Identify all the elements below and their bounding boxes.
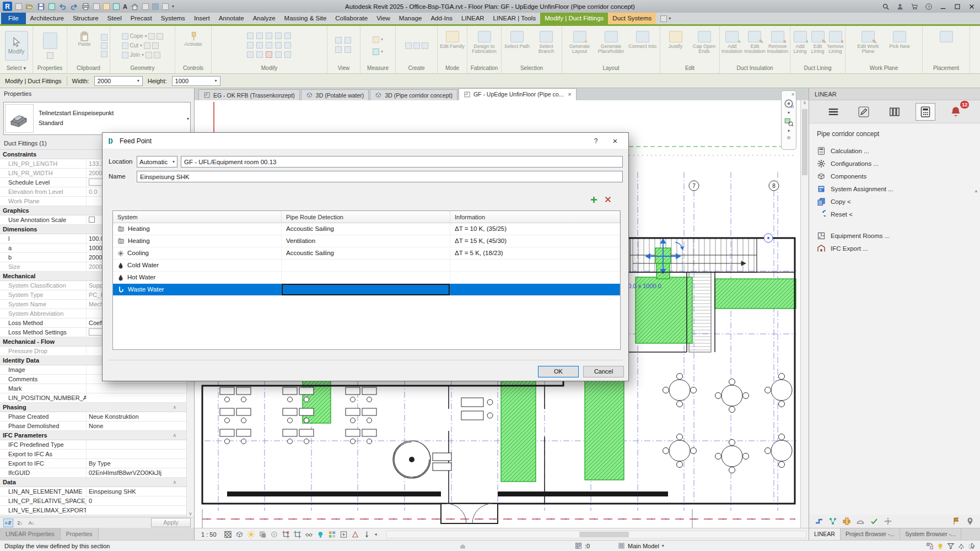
pipe-route-cell[interactable]: Accoustic Sailing [282,247,450,259]
array-icon[interactable] [275,42,282,48]
system-row-hot-water[interactable]: Hot Water [113,272,620,284]
open-icon[interactable] [25,2,34,10]
switch-windows-icon[interactable] [162,3,169,10]
pipe-route-cell[interactable]: Ventilation [282,235,450,247]
property-row-phase-demolished[interactable]: Phase DemolishedNone [0,422,194,431]
redo-icon[interactable] [70,2,78,10]
match-icon[interactable] [101,51,107,57]
worksets-control[interactable]: :0 [574,542,590,550]
window-icon2[interactable] [344,46,351,53]
pipe-route-cell[interactable] [282,260,450,271]
family-types-icon[interactable] [47,52,53,59]
design-options-control[interactable]: Main Model ▾ [617,542,664,550]
navbar-options-icon[interactable]: ◎ [787,135,791,140]
ribbon-tab-annotate[interactable]: Annotate [214,13,249,24]
linear-item-configurations[interactable]: Configurations ... [809,157,980,170]
save-icon[interactable] [37,2,45,10]
flag-icon[interactable] [952,517,961,526]
account-icon[interactable] [896,3,904,10]
cut-icon[interactable] [101,34,107,41]
ribbon-button-add-insulation[interactable]: +Add Insulation [721,29,742,62]
undo-icon[interactable] [58,2,67,10]
ribbon-tab-modify-duct-fittings[interactable]: Modify | Duct Fittings [540,13,608,24]
horizontal-scrollbar[interactable] [386,531,806,538]
system-row-cooling[interactable]: CoolingAccoustic SailingΔT = 5 K, (18/23… [113,247,620,260]
constraints-icon[interactable] [363,530,371,538]
linear-tool-edit-view[interactable] [854,103,874,121]
linear-tool-notifications[interactable]: 12 [946,103,966,121]
chevron-down-icon[interactable]: ▾ [788,128,790,133]
linear-item-ifc-export[interactable]: IFC Export ... [809,242,980,255]
ribbon-button-pick-new[interactable]: Pick New [885,29,914,62]
aligned-dimension-button[interactable]: ▾ [373,47,383,56]
revit-logo-icon[interactable]: R [3,2,12,11]
dialog-title-bar[interactable]: Feed Point ? × [103,133,628,149]
system-row-cold-water[interactable]: Cold Water [113,260,620,272]
navigation-bar[interactable]: ✕ 2D ▾ ▾ ◎ [781,90,796,150]
geometry-cut-button[interactable]: Cut▾ [122,41,164,50]
tab-expander-button[interactable]: ▾ [656,13,675,24]
linear-item-copy[interactable]: Copy < [809,195,980,208]
remove-system-button[interactable] [603,195,613,204]
press-drag-icon[interactable] [957,542,965,550]
ribbon-button-generate-placeholder[interactable]: Generate Placeholder [596,29,626,62]
ribbon-tab-add-ins[interactable]: Add-Ins [426,13,457,24]
pipes-icon[interactable] [815,517,823,526]
linear-item-system-assignment[interactable]: System Assignment ... [809,182,980,195]
property-row-lin-an-element-name[interactable]: LIN_AN_ELEMENT_NAMEEinspeisung SHK [0,487,194,496]
group-icon[interactable] [422,42,428,49]
crop-view-icon[interactable] [282,530,290,538]
system-row-heating[interactable]: HeatingAccoustic SailingΔT = 10 K, (35/2… [113,223,620,235]
height-combo[interactable]: 1000▾ [172,76,220,86]
isolate-icon[interactable] [344,37,351,44]
property-group-ifc-parameters[interactable]: IFC Parameters∧ [0,431,194,440]
home-icon[interactable] [131,2,139,10]
reveal-hidden-icon[interactable] [316,530,325,538]
system-row-waste-water[interactable]: Waste Water [113,284,620,296]
align-icon[interactable] [247,33,254,39]
modify-doc-icon[interactable] [93,3,100,10]
chevron-left-icon[interactable]: ◂ [375,532,377,537]
minimize-icon[interactable] [939,3,947,10]
ribbon-button-edit-family[interactable]: Edit Family [439,29,465,62]
fitting-icon[interactable] [842,517,851,526]
print-icon[interactable] [82,2,90,10]
property-row-lin-cp-relative-space-lo[interactable]: LIN_CP_RELATIVE_SPACE_LO...0 [0,496,194,506]
sun-path-icon[interactable] [247,530,255,538]
view-tab-eg-ok-rfb-trassenkonzept[interactable]: EG - OK RFB (Trassenkonzept) [198,89,300,100]
temporary-view-icon[interactable] [340,530,348,538]
sync-icon[interactable] [49,3,55,10]
property-row-mark[interactable]: Mark [0,384,194,393]
ribbon-button-select-path[interactable]: Select Path [503,29,531,62]
select-underlay-icon[interactable] [968,542,976,550]
ribbon-button-justify[interactable]: Justify [662,29,689,62]
scrollbar-thumb[interactable] [579,532,629,537]
temporary-hide-icon[interactable] [305,530,313,538]
property-row-phase-created[interactable]: Phase CreatedNeue Konstruktion [0,412,194,422]
split-icon[interactable] [275,33,282,39]
table-header-system[interactable]: System [113,211,282,223]
dock-tab-linear[interactable]: LINEAR [809,528,841,540]
sort-default-button[interactable]: ≡⇵ [3,518,13,527]
offset-icon[interactable] [256,33,263,39]
properties-tab-linear-properties[interactable]: LINEAR Properties [0,528,61,540]
properties-palette-icon[interactable] [43,33,57,49]
shadows-icon[interactable] [259,530,267,538]
ribbon-tab-precast[interactable]: Precast [126,13,157,24]
ribbon-tab-manage[interactable]: Manage [395,13,427,24]
customize-icon[interactable]: ▾ [172,4,174,9]
property-row-ifc-predefined-type[interactable]: IFC Predefined Type [0,440,194,450]
property-row-lin-ve-eklimax-exported[interactable]: LIN_VE_EKLIMAX_EXPORTED [0,506,194,515]
text-icon[interactable]: A [123,3,127,10]
ribbon-tab-duct-systems[interactable]: Duct Systems [608,13,656,24]
view-tab-gf-upedge-unfinfloor-pipe-co[interactable]: GF - UpEdge UnfinFloor (Pipe co...× [459,88,577,100]
detail-level-icon[interactable] [224,530,232,538]
worksharing-display-icon[interactable] [328,530,336,538]
rotate-icon[interactable] [266,42,272,48]
ribbon-button-remove-insulation[interactable]: ×Remove Insulation [767,29,788,62]
join2-icon[interactable] [275,51,282,58]
activate-controls-button[interactable]: Activate [179,29,208,62]
linear-tool-calculator[interactable] [916,103,935,121]
network-icon[interactable] [828,517,837,526]
linear-item-calculation[interactable]: Calculation ... [809,144,980,157]
